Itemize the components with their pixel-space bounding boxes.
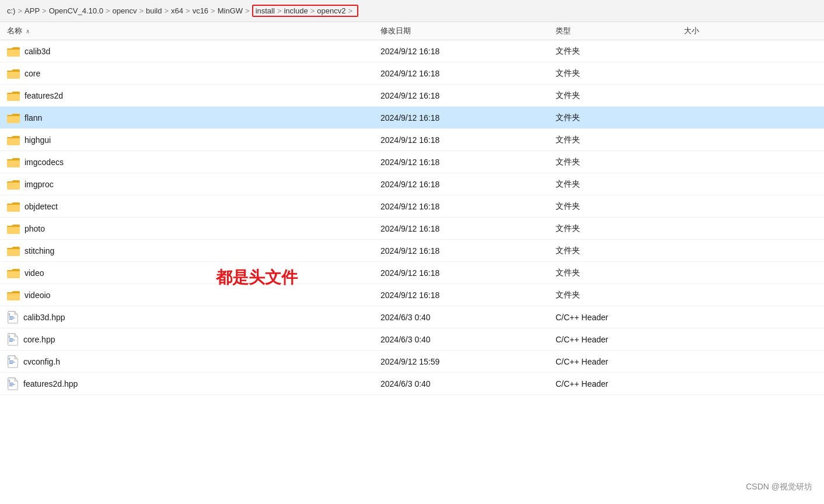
folder-name: video	[25, 268, 44, 278]
breadcrumb-item-c[interactable]: c:)	[7, 6, 15, 15]
folder-name: features2d	[25, 91, 63, 100]
breadcrumb-item-opencv[interactable]: opencv	[112, 6, 137, 15]
folder-type: 文件夹	[556, 201, 684, 212]
folder-row[interactable]: calib3d 2024/9/12 16:18 文件夹	[0, 40, 824, 62]
breadcrumb-item-opencv2[interactable]: opencv2	[317, 6, 345, 15]
folder-date: 2024/9/12 16:18	[380, 158, 556, 167]
file-type: C/C++ Header	[556, 313, 684, 322]
file-date: 2024/9/12 15:59	[380, 357, 556, 366]
folder-row[interactable]: imgcodecs 2024/9/12 16:18 文件夹	[0, 151, 824, 173]
folder-type: 文件夹	[556, 68, 684, 79]
svg-rect-52	[9, 383, 13, 383]
folder-type: 文件夹	[556, 157, 684, 167]
folder-type: 文件夹	[556, 90, 684, 101]
folder-row[interactable]: video 2024/9/12 16:18 文件夹	[0, 262, 824, 284]
col-header-type[interactable]: 类型	[556, 26, 684, 36]
svg-rect-39	[9, 318, 13, 319]
folder-name: imgcodecs	[25, 158, 64, 167]
folder-type: 文件夹	[556, 46, 684, 57]
svg-rect-48	[9, 362, 15, 362]
header-file-icon: {}	[7, 333, 19, 346]
svg-rect-23	[7, 205, 20, 211]
col-header-date[interactable]: 修改日期	[380, 26, 556, 36]
folder-icon	[7, 201, 20, 212]
breadcrumb-sep: >	[164, 6, 169, 15]
folder-row[interactable]: flann 2024/9/12 16:18 文件夹	[0, 107, 824, 129]
breadcrumb-sep: >	[310, 6, 315, 15]
svg-rect-47	[9, 360, 13, 361]
file-row[interactable]: {} calib3d.hpp 2024/6/3 0:40 C/C++ Heade…	[0, 306, 824, 328]
breadcrumb-item-vc16[interactable]: vc16	[193, 6, 208, 15]
svg-rect-29	[7, 249, 20, 256]
breadcrumb-sep: >	[348, 6, 352, 15]
folder-date: 2024/9/12 16:18	[380, 224, 556, 233]
folder-name: imgproc	[25, 180, 54, 189]
breadcrumb-sep: >	[139, 6, 144, 15]
folder-icon	[7, 179, 20, 190]
folder-icon	[7, 268, 20, 278]
folder-row[interactable]: photo 2024/9/12 16:18 文件夹	[0, 218, 824, 240]
svg-rect-17	[7, 160, 20, 167]
breadcrumb-item-x64[interactable]: x64	[171, 6, 183, 15]
folder-date: 2024/9/12 16:18	[380, 135, 556, 145]
folder-row[interactable]: core 2024/9/12 16:18 文件夹	[0, 62, 824, 85]
svg-rect-20	[7, 183, 20, 189]
folder-name: photo	[25, 224, 45, 233]
breadcrumb-item-build[interactable]: build	[146, 6, 162, 15]
folder-row[interactable]: highgui 2024/9/12 16:18 文件夹	[0, 129, 824, 151]
breadcrumb-item-opencv410[interactable]: OpenCV_4.10.0	[49, 6, 103, 15]
svg-rect-42	[9, 338, 13, 339]
svg-rect-26	[7, 227, 20, 233]
svg-rect-14	[7, 138, 20, 145]
folder-row[interactable]: imgproc 2024/9/12 16:18 文件夹	[0, 173, 824, 195]
file-date: 2024/6/3 0:40	[380, 335, 556, 344]
folder-name: flann	[25, 113, 42, 123]
svg-rect-37	[9, 316, 13, 317]
watermark: CSDN @视觉研坊	[746, 482, 812, 492]
col-header-size[interactable]: 大小	[684, 26, 817, 36]
svg-rect-8	[7, 94, 20, 100]
folder-name: stitching	[25, 246, 54, 256]
folder-icon	[7, 223, 20, 234]
breadcrumb-sep: >	[106, 6, 110, 15]
file-row[interactable]: {} cvconfig.h 2024/9/12 15:59 C/C++ Head…	[0, 351, 824, 373]
folder-row[interactable]: stitching 2024/9/12 16:18 文件夹	[0, 240, 824, 262]
col-header-name[interactable]: 名称 ∧	[7, 26, 380, 36]
file-type: C/C++ Header	[556, 335, 684, 344]
svg-rect-54	[9, 385, 13, 386]
breadcrumb-item-mingw[interactable]: MinGW	[218, 6, 243, 15]
column-headers: 名称 ∧ 修改日期 类型 大小	[0, 22, 824, 40]
folder-date: 2024/9/12 16:18	[380, 202, 556, 211]
folder-date: 2024/9/12 16:18	[380, 69, 556, 78]
breadcrumb-item-app[interactable]: APP	[25, 6, 40, 15]
svg-rect-43	[9, 340, 15, 340]
folder-date: 2024/9/12 16:18	[380, 290, 556, 300]
folder-icon	[7, 157, 20, 167]
breadcrumb-sep: >	[42, 6, 47, 15]
file-list-container: 都是头文件 calib3d 2024/9/12 16:18 文件夹 core	[0, 40, 824, 395]
folder-name: core	[25, 69, 40, 78]
folder-type: 文件夹	[556, 179, 684, 190]
folder-icon	[7, 113, 20, 123]
folder-row[interactable]: features2d 2024/9/12 16:18 文件夹	[0, 85, 824, 107]
file-name: core.hpp	[23, 335, 55, 344]
svg-rect-11	[7, 116, 20, 123]
folder-type: 文件夹	[556, 246, 684, 256]
breadcrumb-item-include[interactable]: include	[284, 6, 308, 15]
file-entries-list: {} calib3d.hpp 2024/6/3 0:40 C/C++ Heade…	[0, 306, 824, 395]
folder-date: 2024/9/12 16:18	[380, 47, 556, 56]
breadcrumb-sep: >	[211, 6, 215, 15]
breadcrumb-item-install[interactable]: install	[256, 6, 275, 15]
svg-rect-53	[9, 384, 15, 384]
folder-icon	[7, 290, 20, 300]
svg-rect-38	[9, 317, 15, 318]
folder-type: 文件夹	[556, 268, 684, 278]
folder-date: 2024/9/12 16:18	[380, 268, 556, 278]
folder-type: 文件夹	[556, 290, 684, 300]
file-row[interactable]: {} core.hpp 2024/6/3 0:40 C/C++ Header	[0, 328, 824, 351]
folder-row[interactable]: objdetect 2024/9/12 16:18 文件夹	[0, 195, 824, 218]
breadcrumb-sep: >	[245, 6, 250, 15]
folder-row[interactable]: videoio 2024/9/12 16:18 文件夹	[0, 284, 824, 306]
file-row[interactable]: {} features2d.hpp 2024/6/3 0:40 C/C++ He…	[0, 373, 824, 395]
folder-date: 2024/9/12 16:18	[380, 113, 556, 123]
